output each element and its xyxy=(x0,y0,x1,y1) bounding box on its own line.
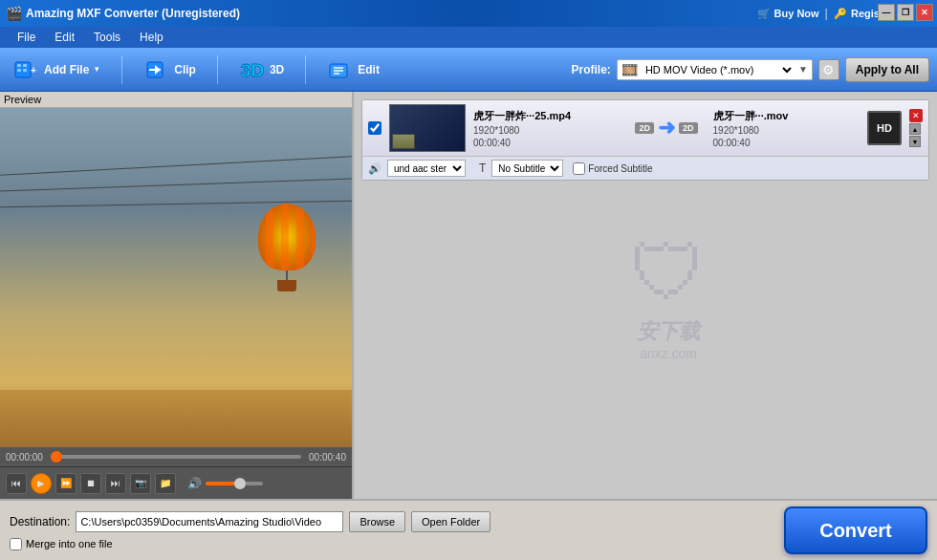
time-start: 00:00:00 xyxy=(6,452,43,463)
power-line-2 xyxy=(0,179,352,192)
app-title: Amazing MXF Converter (Unregistered) xyxy=(26,7,240,20)
skip-back-button[interactable]: ⏮ xyxy=(6,473,27,494)
destination-section: Destination: Browse Open Folder Merge in… xyxy=(10,511,776,550)
toolbar: + Add File ▼ Clip 3D 3D xyxy=(0,48,937,92)
add-file-button[interactable]: + Add File ▼ xyxy=(8,54,106,86)
scroll-buttons: ▲ ▼ xyxy=(909,123,923,147)
playback-controls: ⏮ ▶ ⏩ ⏹ ⏭ 📷 📁 🔊 xyxy=(0,466,352,499)
merge-row: Merge into one file xyxy=(10,538,776,550)
volume-icon: 🔊 xyxy=(187,477,202,490)
scroll-down-button[interactable]: ▼ xyxy=(909,136,921,147)
fast-forward-button[interactable]: ⏩ xyxy=(55,473,76,494)
menu-help[interactable]: Help xyxy=(130,29,173,46)
output-2d-badge: 2D xyxy=(679,122,698,134)
minimize-button[interactable]: — xyxy=(878,4,895,21)
balloon-body xyxy=(258,204,316,270)
main-content: Preview 00:00:00 00:00:40 xyxy=(0,92,937,499)
input-filename: 虎牙一胖炸···25.mp4 xyxy=(473,109,620,123)
3d-button[interactable]: 3D 3D xyxy=(233,54,290,86)
key-icon: 🔑 xyxy=(834,8,847,20)
volume-slider[interactable] xyxy=(206,482,263,485)
output-info: 虎牙一胖···.mov 1920*1080 00:00:40 xyxy=(713,109,860,148)
subtitle-icon: T xyxy=(479,162,486,175)
input-resolution: 1920*1080 xyxy=(473,125,620,136)
edit-button[interactable]: Edit xyxy=(321,54,385,86)
video-area xyxy=(0,108,352,447)
apply-to-all-button[interactable]: Apply to All xyxy=(845,57,929,82)
title-bar: 🎬 Amazing MXF Converter (Unregistered) 🛒… xyxy=(0,0,937,27)
output-filename: 虎牙一胖···.mov xyxy=(713,109,860,123)
timeline-bar[interactable]: 00:00:00 00:00:40 xyxy=(0,447,352,466)
timeline-thumb[interactable] xyxy=(51,451,62,463)
file-item-footer: 🔊 und aac ster T No Subtitle Forced Subt… xyxy=(362,156,928,180)
forced-subtitle-label[interactable]: Forced Subtitle xyxy=(573,162,652,175)
audio-track-selector[interactable]: und aac ster xyxy=(387,160,466,177)
profile-label: Profile: xyxy=(572,63,611,76)
window-controls: — ❐ ✕ xyxy=(878,4,933,21)
separator: | xyxy=(825,7,828,20)
balloon xyxy=(258,204,316,291)
forced-subtitle-checkbox[interactable] xyxy=(573,162,585,175)
svg-text:3D: 3D xyxy=(241,60,265,80)
file-item-header: 虎牙一胖炸···25.mp4 1920*1080 00:00:40 2D ➜ 2… xyxy=(362,100,928,156)
folder-button[interactable]: 📁 xyxy=(155,473,176,494)
menu-file[interactable]: File xyxy=(8,29,45,46)
menu-tools[interactable]: Tools xyxy=(84,29,130,46)
profile-selector[interactable]: 🎞️ HD MOV Video (*.mov) ▼ xyxy=(617,59,813,80)
svg-rect-2 xyxy=(23,64,27,67)
convert-button[interactable]: Convert xyxy=(784,506,927,554)
remove-file-button[interactable]: ✕ xyxy=(909,109,923,122)
clip-button[interactable]: Clip xyxy=(138,54,202,86)
open-folder-button[interactable]: Open Folder xyxy=(411,511,490,532)
watermark-site: anxz.com xyxy=(640,346,697,361)
input-duration: 00:00:40 xyxy=(473,138,620,148)
time-end: 00:00:40 xyxy=(309,452,346,463)
screenshot-button[interactable]: 📷 xyxy=(130,473,151,494)
timeline-track[interactable] xyxy=(51,455,301,459)
profile-dropdown[interactable]: HD MOV Video (*.mov) xyxy=(642,63,795,76)
menu-edit[interactable]: Edit xyxy=(45,29,84,46)
preview-panel: Preview 00:00:00 00:00:40 xyxy=(0,92,354,499)
film-strip-icon: 🎞️ xyxy=(621,62,638,77)
file-checkbox[interactable] xyxy=(368,121,381,135)
dropdown-arrow[interactable]: ▼ xyxy=(93,65,100,74)
convert-arrow: 2D ➜ 2D xyxy=(627,116,705,140)
clip-icon xyxy=(143,56,170,83)
stop-button[interactable]: ⏹ xyxy=(80,473,101,494)
frame-forward-button[interactable]: ⏭ xyxy=(105,473,126,494)
ground xyxy=(0,390,352,447)
balloon-rope xyxy=(286,270,288,280)
watermark: 🛡 安下载 anxz.com xyxy=(630,229,707,361)
profile-area: Profile: 🎞️ HD MOV Video (*.mov) ▼ ⚙ App… xyxy=(572,57,929,82)
watermark-text: 安下载 xyxy=(630,317,707,346)
settings-button[interactable]: ⚙ xyxy=(818,59,839,80)
volume-thumb[interactable] xyxy=(234,478,246,489)
subtitle-selector[interactable]: No Subtitle xyxy=(491,160,563,177)
destination-label: Destination: xyxy=(10,515,70,528)
destination-row: Destination: Browse Open Folder xyxy=(10,511,776,532)
file-item: 虎牙一胖炸···25.mp4 1920*1080 00:00:40 2D ➜ 2… xyxy=(361,99,929,181)
output-resolution: 1920*1080 xyxy=(713,125,860,136)
scroll-up-button[interactable]: ▲ xyxy=(909,123,921,135)
app-icon: 🎬 xyxy=(6,6,22,21)
destination-input[interactable] xyxy=(76,511,343,532)
file-panel: 🛡 安下载 anxz.com 虎牙一胖炸···25.mp4 1920*1080 … xyxy=(354,92,937,499)
play-button[interactable]: ▶ xyxy=(31,473,52,494)
merge-checkbox[interactable] xyxy=(10,538,22,550)
file-thumbnail xyxy=(389,104,466,152)
hd-badge: HD xyxy=(867,111,902,145)
toolbar-separator-2 xyxy=(217,55,218,84)
svg-rect-4 xyxy=(23,69,27,72)
chevron-down-icon: ▼ xyxy=(798,64,808,75)
watermark-icon: 🛡 xyxy=(630,229,707,317)
close-button[interactable]: ✕ xyxy=(916,4,933,21)
arrow-icon: ➜ xyxy=(658,116,675,140)
buy-now-link[interactable]: 🛒 Buy Now xyxy=(757,8,819,20)
input-2d-badge: 2D xyxy=(635,122,654,134)
browse-button[interactable]: Browse xyxy=(349,511,405,532)
restore-button[interactable]: ❐ xyxy=(897,4,914,21)
item-controls: ✕ ▲ ▼ xyxy=(909,109,923,147)
toolbar-separator-3 xyxy=(305,55,306,84)
menu-bar: File Edit Tools Help xyxy=(0,27,937,48)
preview-label: Preview xyxy=(0,92,352,108)
